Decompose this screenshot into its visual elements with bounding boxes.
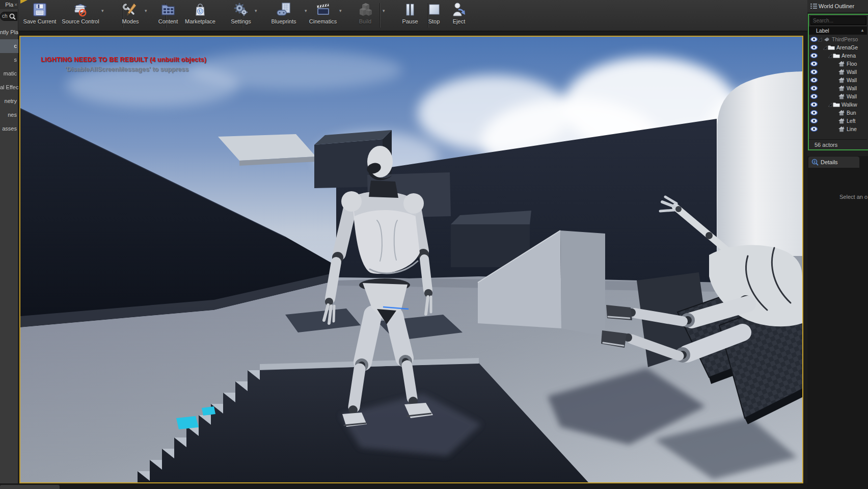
outliner-search-input[interactable]: Search... [810,16,866,25]
visibility-eye-icon[interactable] [810,78,818,83]
marketplace-icon: U [192,2,208,18]
category-basic[interactable]: c [0,39,18,53]
visibility-eye-icon[interactable] [810,126,818,132]
svg-text:i: i [814,160,815,164]
actor-label: Bun [847,109,856,117]
suppress-hint-text: 'DisableAllScreenMessages' to suppress [65,66,188,73]
sort-ascending-icon: ▲ [860,27,864,35]
tree-row-line[interactable]: Line [809,125,867,133]
visibility-eye-icon[interactable] [810,45,818,50]
tree-row-thirdperson[interactable]: ThirdPerso [809,35,867,43]
expand-arrow-icon[interactable] [828,54,832,58]
eject-button[interactable]: Eject [439,2,479,30]
tree-row-arenageometry-folder[interactable]: ArenaGe [809,43,867,52]
outliner-label-column-header[interactable]: Label▲ [809,27,867,35]
details-empty-text: Select an o [839,194,867,200]
world-outliner-tab[interactable]: World Outliner [807,0,868,12]
tree-row-wall[interactable]: Wall [809,68,867,76]
cinematics-label: Cinematics [303,18,343,24]
category-volumes[interactable]: nes [0,108,18,122]
house-icon [838,61,845,67]
category-all-classes[interactable]: asses [0,122,18,136]
expand-arrow-icon[interactable] [823,46,827,50]
house-icon [838,78,845,83]
details-title: Details [821,159,838,165]
build-icon [357,2,373,18]
visibility-eye-icon[interactable] [810,69,818,74]
visibility-eye-icon[interactable] [810,94,818,99]
tree-row-wall[interactable]: Wall [809,76,867,84]
eject-icon [451,2,467,18]
actor-label: Floo [847,60,857,68]
category-lights[interactable]: s [0,53,18,67]
save-current-button[interactable]: Save Current [19,2,60,30]
chevron-down-icon[interactable]: ▾ [339,8,342,13]
build-button: Build [345,2,386,30]
label-column-text: Label [816,28,829,34]
place-actors-search-input[interactable]: ch [0,12,17,21]
folder-icon [828,45,835,50]
house-icon [838,110,845,116]
tree-row-bunker[interactable]: Bun [809,109,867,117]
settings-gear-icon [233,2,249,18]
chevron-down-icon: ▾ [383,8,385,13]
visibility-eye-icon[interactable] [810,110,818,115]
category-visual-effects[interactable]: al Effec [0,81,18,94]
category-geometry[interactable]: netry [0,94,18,108]
visibility-eye-icon[interactable] [810,37,818,42]
main-toolbar: Save Current Source Control ▾ Modes ▾ Co… [18,0,807,32]
tree-row-wall[interactable]: Wall [809,92,867,100]
details-info-icon: i [811,159,819,166]
settings-button[interactable]: Settings [221,2,261,30]
blueprints-button[interactable]: Blueprints [263,2,304,30]
chevron-down-icon[interactable]: ▾ [145,8,147,13]
visibility-eye-icon[interactable] [810,118,818,123]
tree-row-floor[interactable]: Floo [809,60,867,68]
place-actors-tab[interactable]: Pla× [0,0,18,9]
actor-count-status: 56 actors [809,139,867,149]
category-recently-placed[interactable]: ntly Pla [0,25,18,39]
outliner-list-icon [810,3,817,9]
details-tab-row: iDetails [807,156,868,168]
tree-row-arena-folder[interactable]: Arena [809,52,867,60]
visibility-eye-icon[interactable] [810,86,818,91]
tree-row-left[interactable]: Left [809,117,867,125]
marketplace-label: Marketplace [180,18,221,24]
folder-label: ArenaGe [836,43,858,52]
outliner-tree: ThirdPerso ArenaGe Arena Floo [809,35,867,133]
viewport-3d-scene [20,37,802,482]
content-browser-dock-tab[interactable] [0,485,60,489]
chevron-down-icon[interactable]: ▾ [101,8,104,13]
modes-label: Modes [110,18,151,24]
marketplace-button[interactable]: U Marketplace [180,2,221,30]
content-browser-icon [160,2,176,18]
cinematics-button[interactable]: Cinematics [303,2,343,30]
world-icon [823,37,831,42]
category-cinematic[interactable]: matic [0,67,18,81]
blueprints-icon [276,2,292,18]
close-icon[interactable]: × [14,2,17,8]
place-actors-panel: Pla× ch ntly Pla c s matic al Effec netr… [0,0,18,483]
visibility-eye-icon[interactable] [810,102,818,107]
eject-label: Eject [439,18,479,24]
modes-button[interactable]: Modes [110,2,151,30]
tree-row-wall[interactable]: Wall [809,84,867,92]
source-control-button[interactable]: Source Control [60,2,101,30]
tree-row-walkway-folder[interactable]: Walkw [809,100,867,109]
build-label: Build [345,18,386,24]
pie-viewport[interactable]: LIGHTING NEEDS TO BE REBUILT (4 unbuilt … [19,36,803,483]
actor-label: Wall [847,76,857,84]
svg-text:U: U [199,9,202,14]
settings-label: Settings [221,18,261,24]
expand-arrow-icon[interactable] [818,38,822,42]
visibility-eye-icon[interactable] [810,61,818,66]
visibility-eye-icon[interactable] [810,53,818,58]
save-current-label: Save Current [19,18,60,24]
house-icon [838,69,845,75]
right-dock-column: World Outliner Search... Label▲ ThirdPer… [807,0,868,489]
details-tab[interactable]: iDetails [808,157,859,168]
actor-label: Line [847,125,857,133]
expand-arrow-icon[interactable] [828,103,832,107]
actor-label: Wall [847,68,857,76]
chevron-down-icon[interactable]: ▾ [255,8,257,13]
